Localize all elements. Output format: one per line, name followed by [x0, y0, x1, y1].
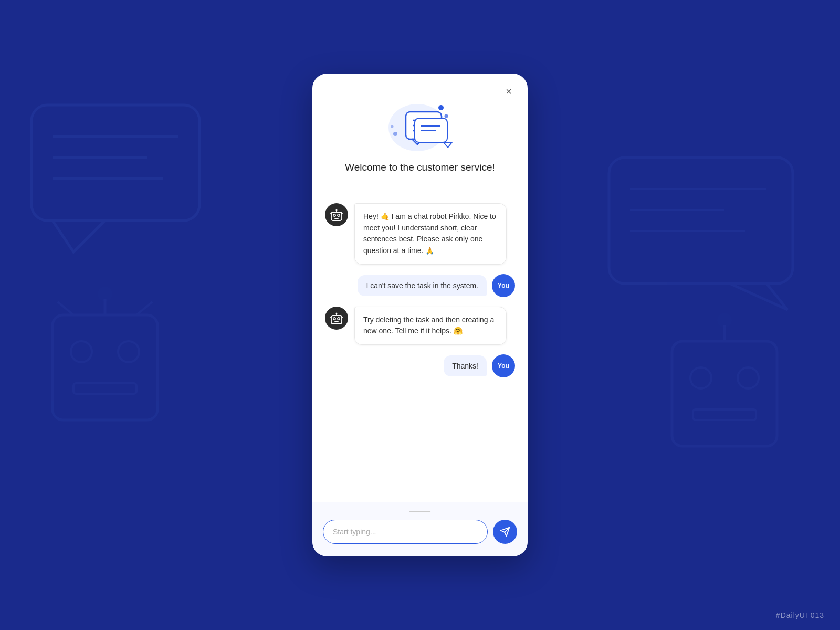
bot-face-icon	[330, 208, 343, 222]
svg-point-39	[333, 214, 335, 216]
bot-avatar-1	[325, 203, 348, 226]
svg-rect-46	[331, 316, 342, 324]
messages-area: Hey! 🤙 I am a chat robot Pirkko. Nice to…	[312, 203, 528, 502]
chat-icon-wrapper	[386, 94, 454, 152]
svg-point-28	[391, 125, 394, 128]
svg-point-20	[738, 368, 759, 388]
bot-avatar-2	[325, 307, 348, 330]
bot-bubble-2: Try deleting the task and then creating …	[354, 307, 507, 345]
svg-rect-21	[693, 410, 756, 420]
svg-marker-37	[444, 142, 452, 148]
svg-rect-38	[331, 212, 342, 220]
svg-point-40	[338, 214, 340, 216]
svg-point-27	[393, 132, 397, 136]
svg-marker-6	[730, 284, 788, 310]
svg-point-43	[336, 209, 338, 211]
svg-rect-0	[32, 105, 200, 220]
svg-line-16	[58, 302, 74, 315]
send-icon	[500, 527, 510, 537]
svg-point-25	[438, 105, 444, 110]
bot-bubble-1: Hey! 🤙 I am a chat robot Pirkko. Nice to…	[354, 203, 507, 265]
user-message-1: I can't save the task in the system. You	[325, 274, 515, 297]
svg-rect-18	[672, 341, 777, 446]
bot-message-1: Hey! 🤙 I am a chat robot Pirkko. Nice to…	[325, 203, 515, 265]
svg-point-11	[71, 341, 92, 362]
svg-point-19	[690, 368, 711, 388]
chat-modal: ×	[312, 74, 528, 556]
bot-message-2: Try deleting the task and then creating …	[325, 307, 515, 345]
svg-rect-13	[74, 383, 136, 394]
svg-point-48	[338, 318, 340, 320]
svg-rect-49	[334, 321, 339, 322]
svg-rect-41	[334, 218, 339, 219]
user-avatar-2: You	[492, 354, 515, 377]
svg-point-15	[99, 288, 111, 300]
svg-rect-5	[609, 158, 793, 284]
svg-point-26	[445, 114, 448, 118]
svg-point-51	[336, 312, 338, 314]
svg-marker-1	[52, 220, 105, 252]
user-bubble-2: Thanks!	[444, 355, 487, 376]
svg-point-12	[118, 341, 139, 362]
welcome-title: Welcome to the customer service!	[345, 162, 495, 173]
svg-point-23	[718, 314, 731, 327]
send-button[interactable]	[493, 520, 517, 544]
handle-bar	[410, 511, 430, 512]
user-message-2: Thanks! You	[325, 354, 515, 377]
input-row	[323, 520, 517, 544]
svg-line-17	[136, 302, 152, 315]
daily-ui-label: #DailyUI 013	[776, 611, 824, 620]
svg-point-47	[333, 318, 335, 320]
user-bubble-1: I can't save the task in the system.	[358, 275, 487, 296]
header-divider	[404, 182, 436, 182]
chat-bubbles-icon	[386, 96, 454, 151]
chat-footer	[312, 502, 528, 556]
user-avatar-1: You	[492, 274, 515, 297]
svg-rect-10	[52, 315, 158, 420]
footer-handle	[323, 511, 517, 512]
chat-input[interactable]	[323, 520, 488, 544]
bot-face-icon-2	[330, 311, 343, 325]
close-button[interactable]: ×	[500, 83, 517, 100]
chat-header: Welcome to the customer service!	[312, 74, 528, 203]
